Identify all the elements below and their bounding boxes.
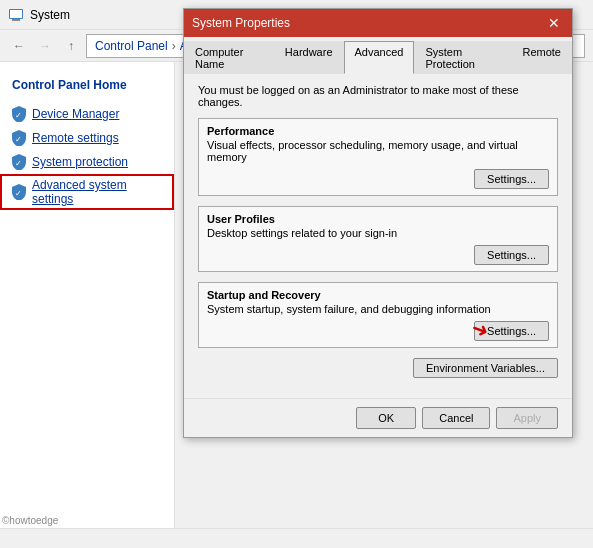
startup-recovery-desc: System startup, system failure, and debu… [207,303,549,315]
sidebar-item-label-remote-settings: Remote settings [32,131,119,145]
environment-variables-button[interactable]: Environment Variables... [413,358,558,378]
svg-text:✓: ✓ [15,189,22,198]
tab-advanced[interactable]: Advanced [344,41,415,74]
tab-system-protection[interactable]: System Protection [414,41,511,74]
dialog-close-button[interactable]: ✕ [544,13,564,33]
cancel-button[interactable]: Cancel [422,407,490,429]
svg-text:✓: ✓ [15,111,22,120]
status-bar [0,528,593,548]
forward-button[interactable]: → [34,35,56,57]
performance-settings-button[interactable]: Settings... [474,169,549,189]
startup-recovery-title: Startup and Recovery [207,289,549,301]
svg-rect-1 [12,19,20,21]
sidebar-item-label-advanced-settings: Advanced system settings [32,178,162,206]
dialog-footer: OK Cancel Apply [184,398,572,437]
dialog-title: System Properties [192,16,290,30]
sidebar-item-system-protection[interactable]: ✓ System protection [0,150,174,174]
system-icon [8,7,24,23]
sidebar-item-advanced-settings[interactable]: ✓ Advanced system settings [0,174,174,210]
tab-remote[interactable]: Remote [511,41,572,74]
dialog-area: System Properties ✕ Computer Name Hardwa… [175,0,593,528]
ok-button[interactable]: OK [356,407,416,429]
shield-icon-4: ✓ [12,184,26,200]
breadcrumb-part-1[interactable]: Control Panel [95,39,168,53]
admin-note: You must be logged on as an Administrato… [198,84,558,108]
svg-text:✓: ✓ [15,159,22,168]
shield-icon-3: ✓ [12,154,26,170]
sidebar-title[interactable]: Control Panel Home [0,74,174,102]
startup-recovery-section: Startup and Recovery System startup, sys… [198,282,558,348]
dialog-title-bar: System Properties ✕ [184,9,572,37]
user-profiles-title: User Profiles [207,213,549,225]
sidebar-item-remote-settings[interactable]: ✓ Remote settings [0,126,174,150]
main-content: Control Panel Home ✓ Device Manager ✓ Re… [0,62,593,528]
sidebar: Control Panel Home ✓ Device Manager ✓ Re… [0,62,175,528]
performance-section: Performance Visual effects, processor sc… [198,118,558,196]
tab-bar: Computer Name Hardware Advanced System P… [184,37,572,74]
tab-hardware[interactable]: Hardware [274,41,344,74]
user-profiles-section: User Profiles Desktop settings related t… [198,206,558,272]
user-profiles-settings-button[interactable]: Settings... [474,245,549,265]
svg-text:✓: ✓ [15,135,22,144]
tab-computer-name[interactable]: Computer Name [184,41,274,74]
apply-button[interactable]: Apply [496,407,558,429]
env-variables-row: Environment Variables... [198,358,558,378]
svg-rect-2 [10,10,22,18]
dialog-body: You must be logged on as an Administrato… [184,74,572,398]
shield-icon-2: ✓ [12,130,26,146]
shield-icon-1: ✓ [12,106,26,122]
user-profiles-desc: Desktop settings related to your sign-in [207,227,549,239]
system-properties-dialog: System Properties ✕ Computer Name Hardwa… [183,8,573,438]
performance-desc: Visual effects, processor scheduling, me… [207,139,549,163]
window-title: System [30,8,70,22]
sidebar-item-label-device-manager: Device Manager [32,107,119,121]
up-button[interactable]: ↑ [60,35,82,57]
watermark: ©howtoedge [2,515,58,526]
performance-title: Performance [207,125,549,137]
sidebar-item-label-system-protection: System protection [32,155,128,169]
back-button[interactable]: ← [8,35,30,57]
sidebar-item-device-manager[interactable]: ✓ Device Manager [0,102,174,126]
